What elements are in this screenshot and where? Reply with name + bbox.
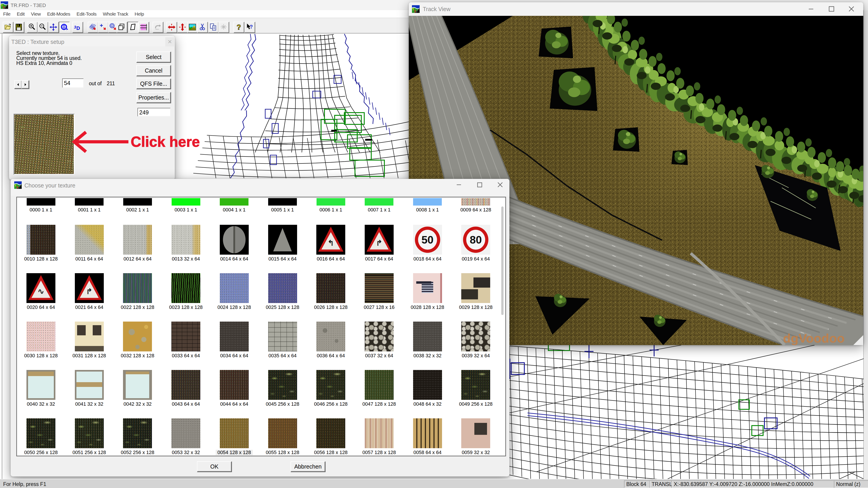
texture-item-0044[interactable]: 0044 64 x 64 [210, 370, 258, 407]
chooser-title-bar[interactable]: T3 Choose your texture [11, 179, 509, 196]
texture-item-0051[interactable]: 0051 256 x 128 [65, 418, 114, 455]
texture-item-0009[interactable]: 0009 64 x 128 [452, 198, 500, 213]
open-file-button[interactable] [3, 22, 13, 33]
texture-item-0043[interactable]: 0043 64 x 64 [162, 370, 210, 407]
rotate-view-button[interactable] [59, 22, 70, 33]
texture-item-0040[interactable]: 0040 32 x 32 [17, 370, 65, 407]
texture-item-0034[interactable]: 0034 64 x 64 [210, 322, 258, 359]
texture-item-0035[interactable]: 0035 64 x 64 [258, 322, 307, 359]
texture-item-0007[interactable]: 0007 1 x 1 [355, 198, 403, 213]
texture-item-0033[interactable]: 0033 64 x 64 [162, 322, 210, 359]
texture-item-0018[interactable]: 500018 64 x 64 [403, 225, 452, 262]
texture-item-0025[interactable]: 0025 128 x 128 [258, 273, 307, 310]
polygon-mode-button[interactable] [127, 22, 138, 33]
texture-item-0011[interactable]: 0011 64 x 64 [65, 225, 114, 262]
context-help-button[interactable]: ? [244, 22, 255, 33]
select-mesh-button[interactable] [88, 22, 99, 33]
texture-item-0028[interactable]: 0028 128 x 128 [403, 273, 452, 310]
texture-item-0023[interactable]: 0023 128 x 128 [162, 273, 210, 310]
texture-item-0039[interactable]: 0039 32 x 64 [452, 322, 500, 359]
texture-item-0010[interactable]: 0010 128 x 128 [17, 225, 65, 262]
copy-button[interactable] [208, 22, 219, 33]
move-vertical-button[interactable] [177, 22, 188, 33]
undo-button[interactable] [153, 22, 163, 33]
abbrechen-button[interactable]: Abbrechen [290, 461, 326, 472]
texture-item-0049[interactable]: 0049 256 x 128 [452, 370, 500, 407]
help-button[interactable]: ? [234, 22, 244, 33]
qfs-file-button[interactable]: QFS File... [136, 79, 171, 89]
texture-item-0022[interactable]: 0022 128 x 128 [113, 273, 162, 310]
view-3d-button[interactable]: 3D [72, 22, 83, 33]
scenery-edit-button[interactable] [187, 22, 198, 33]
texture-item-0050[interactable]: 0050 256 x 128 [17, 418, 65, 455]
save-button[interactable] [13, 22, 24, 33]
texture-item-0036[interactable]: 0036 64 x 64 [307, 322, 355, 359]
menu-item-edit[interactable]: Edit [13, 11, 28, 17]
texture-item-0046[interactable]: 0046 256 x 128 [307, 370, 355, 407]
chooser-caption-buttons[interactable] [455, 179, 509, 192]
texture-setup-title-bar[interactable]: T3ED : Texture setup ✕ [9, 36, 175, 47]
texture-item-0014[interactable]: 0014 64 x 64 [210, 225, 258, 262]
texture-item-0008[interactable]: 0008 1 x 1 [403, 198, 452, 213]
texture-item-0055[interactable]: 0055 128 x 128 [258, 418, 307, 455]
texture-item-0002[interactable]: 0002 1 x 1 [113, 198, 162, 213]
texture-item-0048[interactable]: 0048 64 x 32 [403, 370, 452, 407]
move-horizontal-button[interactable] [166, 22, 177, 33]
track-view-caption-buttons[interactable] [807, 2, 862, 16]
ok-button[interactable]: OK [197, 461, 232, 472]
texture-item-0021[interactable]: ↱0021 64 x 64 [65, 273, 114, 310]
texture-item-0017[interactable]: ↱0017 64 x 64 [355, 225, 403, 262]
texture-item-0001[interactable]: 0001 1 x 1 [65, 198, 114, 213]
texture-item-0000[interactable]: 0000 1 x 1 [17, 198, 65, 213]
select-button[interactable]: Select [136, 52, 171, 63]
prev-texture-button[interactable] [14, 80, 22, 89]
texture-item-0041[interactable]: 0041 32 x 32 [65, 370, 114, 407]
cut-button[interactable] [197, 22, 208, 33]
menu-item-file[interactable]: File [0, 11, 13, 17]
zoom-out-button[interactable] [37, 22, 49, 33]
texture-item-0020[interactable]: ∿0020 64 x 64 [17, 273, 65, 310]
pan-view-button[interactable] [48, 22, 59, 33]
texture-item-0038[interactable]: 0038 32 x 32 [403, 322, 452, 359]
texture-item-0026[interactable]: 0026 128 x 128 [307, 273, 355, 310]
texture-item-0012[interactable]: 0012 64 x 64 [113, 225, 162, 262]
texture-item-0053[interactable]: 0053 32 x 32 [162, 418, 210, 455]
texture-item-0059[interactable]: 0059 32 x 32 [452, 418, 500, 455]
paste-button[interactable] [218, 22, 229, 33]
texture-item-0003[interactable]: 0003 1 x 1 [162, 198, 210, 213]
texture-item-0004[interactable]: 0004 1 x 1 [210, 198, 258, 213]
fence-mode-button[interactable] [138, 22, 149, 33]
texture-item-0045[interactable]: 0045 256 x 128 [258, 370, 307, 407]
texture-item-0042[interactable]: 0042 32 x 32 [113, 370, 162, 407]
properties-button[interactable]: Properties... [136, 92, 171, 103]
texture-item-0024[interactable]: 0024 128 x 128 [210, 273, 258, 310]
texture-item-0005[interactable]: 0005 1 x 1 [258, 198, 307, 213]
texture-item-0027[interactable]: 0027 128 x 16 [355, 273, 403, 310]
texture-item-0052[interactable]: 0052 256 x 128 [113, 418, 162, 455]
texture-item-0031[interactable]: 0031 128 x 128 [65, 322, 114, 359]
menu-item-view[interactable]: View [28, 11, 44, 17]
cancel-button[interactable]: Cancel [136, 65, 171, 76]
texture-item-0006[interactable]: 0006 1 x 1 [307, 198, 355, 213]
menu-item-whole-track[interactable]: Whole Track [100, 11, 131, 17]
menu-item-help[interactable]: Help [131, 11, 147, 17]
zoom-in-button[interactable] [27, 22, 38, 33]
texture-item-0056[interactable]: 0056 128 x 128 [307, 418, 355, 455]
texture-item-0015[interactable]: 0015 64 x 64 [258, 225, 307, 262]
track-view-title-bar[interactable]: T3 Track View [409, 2, 863, 16]
texture-item-0058[interactable]: 0058 64 x 64 [403, 418, 452, 455]
close-button[interactable]: ✕ [165, 37, 174, 47]
menu-item-edit-modes[interactable]: Edit-Modes [44, 11, 73, 17]
add-vertex-button[interactable] [98, 22, 109, 33]
box-mode-button[interactable] [117, 22, 127, 33]
texture-item-0054[interactable]: 0054 128 x 128 [210, 418, 258, 455]
texture-item-0057[interactable]: 0057 128 x 128 [355, 418, 403, 455]
texture-item-0030[interactable]: 0030 128 x 128 [17, 322, 65, 359]
texture-item-0013[interactable]: 0013 32 x 64 [162, 225, 210, 262]
texture-item-0037[interactable]: 0037 32 x 64 [355, 322, 403, 359]
next-texture-button[interactable] [22, 80, 29, 89]
texture-item-0016[interactable]: ↰0016 64 x 64 [307, 225, 355, 262]
texture-item-0029[interactable]: 0029 128 x 128 [452, 273, 500, 310]
texture-item-0047[interactable]: 0047 128 x 128 [355, 370, 403, 407]
extra-field[interactable]: 249 [137, 108, 170, 117]
